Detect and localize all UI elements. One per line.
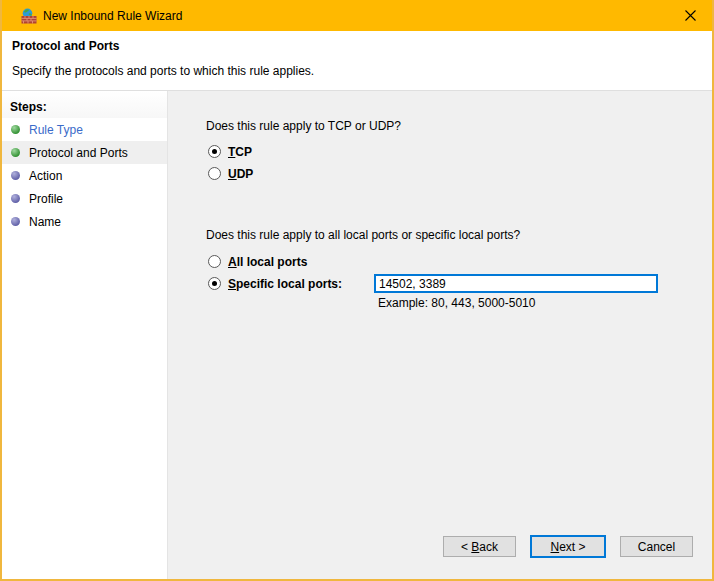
radio-udp-label: UDP — [228, 167, 253, 181]
sidebar-item-rule-type[interactable]: Rule Type — [2, 118, 167, 141]
cancel-button[interactable]: Cancel — [620, 536, 693, 557]
sidebar-item-name[interactable]: Name — [2, 210, 167, 233]
radio-tcp[interactable]: TCP — [208, 144, 252, 159]
sidebar-item-action[interactable]: Action — [2, 164, 167, 187]
firewall-icon — [21, 8, 37, 24]
wizard-content: Does this rule apply to TCP or UDP? TCP … — [168, 91, 712, 579]
new-inbound-rule-wizard-window: New Inbound Rule Wizard Protocol and Por… — [0, 0, 714, 581]
step-todo-bullet-icon — [11, 171, 20, 180]
wizard-button-row: < Back Next > Cancel — [443, 535, 693, 558]
sidebar-item-profile[interactable]: Profile — [2, 187, 167, 210]
question-ports: Does this rule apply to all local ports … — [206, 228, 520, 242]
radio-udp[interactable]: UDP — [208, 166, 253, 181]
step-todo-bullet-icon — [11, 194, 20, 203]
step-done-bullet-icon — [11, 148, 20, 157]
radio-tcp-label: TCP — [228, 145, 252, 159]
radio-button-icon — [208, 255, 221, 268]
step-done-bullet-icon — [11, 125, 20, 134]
ports-example-hint: Example: 80, 443, 5000-5010 — [378, 296, 535, 310]
sidebar-item-protocol-and-ports[interactable]: Protocol and Ports — [2, 141, 167, 164]
wizard-header: Protocol and Ports Specify the protocols… — [2, 31, 712, 91]
radio-button-icon — [208, 145, 221, 158]
close-icon — [684, 9, 697, 22]
next-button[interactable]: Next > — [530, 535, 606, 558]
radio-all-ports-label: All local ports — [228, 255, 307, 269]
page-title: Protocol and Ports — [12, 39, 712, 53]
back-button[interactable]: < Back — [443, 536, 516, 557]
titlebar: New Inbound Rule Wizard — [2, 0, 712, 31]
radio-button-icon — [208, 277, 221, 290]
radio-button-icon — [208, 167, 221, 180]
close-button[interactable] — [674, 0, 706, 31]
steps-sidebar: Steps: Rule Type Protocol and Ports Acti… — [2, 91, 168, 579]
radio-specific-local-ports[interactable]: Specific local ports: — [208, 276, 342, 291]
specific-ports-input[interactable] — [374, 274, 658, 293]
radio-specific-ports-label: Specific local ports: — [228, 277, 342, 291]
steps-title: Steps: — [2, 91, 167, 118]
question-protocol: Does this rule apply to TCP or UDP? — [206, 119, 401, 133]
step-todo-bullet-icon — [11, 217, 20, 226]
window-title: New Inbound Rule Wizard — [43, 9, 182, 23]
radio-all-local-ports[interactable]: All local ports — [208, 254, 307, 269]
page-subtitle: Specify the protocols and ports to which… — [12, 64, 712, 78]
